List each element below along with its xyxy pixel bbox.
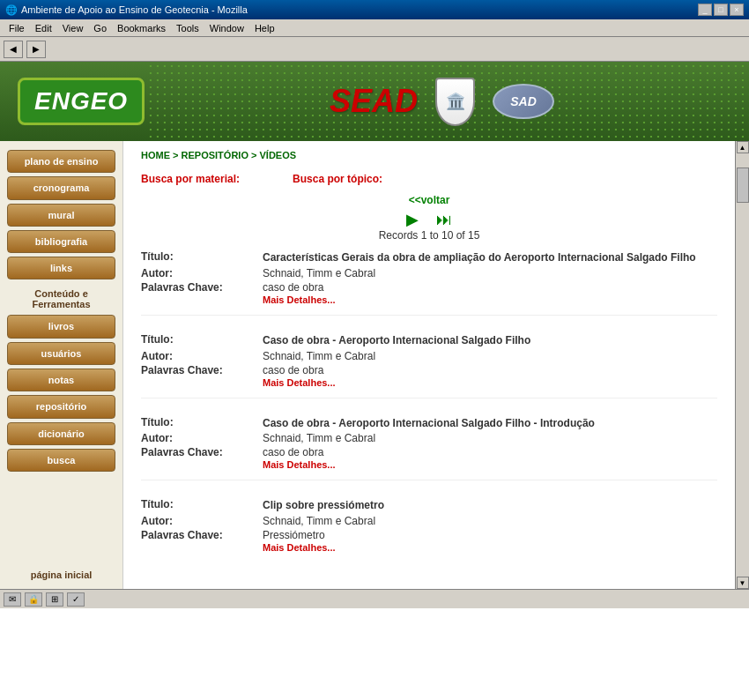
sidebar-item-mural[interactable]: mural	[7, 204, 115, 227]
menubar: File Edit View Go Bookmarks Tools Window…	[0, 19, 749, 37]
close-button[interactable]: ×	[730, 4, 744, 16]
menu-view[interactable]: View	[57, 21, 89, 35]
palavras-label-1: Palavras Chave:	[141, 364, 256, 389]
mais-detalhes-link-0[interactable]: Mais Detalhes...	[263, 294, 336, 305]
search-by-material-link[interactable]: Busca por material:	[141, 173, 240, 185]
palavras-label-3: Palavras Chave:	[141, 529, 256, 554]
main-content: HOME > REPOSITÓRIO > VÍDEOS Busca por ma…	[123, 141, 735, 589]
menu-edit[interactable]: Edit	[30, 21, 57, 35]
app-icon: 🌐	[5, 4, 18, 16]
sad-oval: SAD	[493, 84, 554, 119]
sidebar-item-repositorio[interactable]: repositório	[7, 395, 115, 418]
header-center: SEAD 🏛️ SAD	[330, 78, 554, 126]
palavras-value-2: caso de obra	[263, 446, 323, 458]
status-icon-1: ✉	[4, 592, 21, 607]
menu-go[interactable]: Go	[88, 21, 112, 35]
mais-detalhes-link-3[interactable]: Mais Detalhes...	[263, 542, 336, 553]
sidebar: plano de ensino cronograma mural bibliog…	[0, 141, 123, 589]
breadcrumb-sep2: >	[248, 150, 260, 160]
sidebar-item-notas[interactable]: notas	[7, 369, 115, 391]
nav-arrows: ▶ ⏭	[406, 210, 452, 229]
titulo-label-3: Título:	[141, 498, 256, 513]
header: ENGEO SEAD 🏛️ SAD	[0, 62, 749, 141]
search-by-topic-link[interactable]: Busca por tópico:	[293, 173, 382, 185]
window-titlebar: 🌐 Ambiente de Apoio ao Ensino de Geotecn…	[0, 0, 749, 19]
sidebar-item-links[interactable]: links	[7, 257, 115, 279]
engeo-logo: ENGEO	[18, 78, 145, 125]
mais-detalhes-link-2[interactable]: Mais Detalhes...	[263, 459, 336, 470]
menu-tools[interactable]: Tools	[171, 21, 204, 35]
autor-label-1: Autor:	[141, 350, 256, 362]
back-button[interactable]: ◀	[4, 41, 23, 58]
autor-label-0: Autor:	[141, 267, 256, 279]
records-list: Título: Características Gerais da obra d…	[141, 250, 717, 562]
sidebar-item-cronograma[interactable]: cronograma	[7, 176, 115, 199]
titulo-value-1: Caso de obra - Aeroporto Internacional S…	[263, 333, 717, 348]
breadcrumb-sep1: >	[170, 150, 182, 160]
body-layout: plano de ensino cronograma mural bibliog…	[0, 141, 749, 589]
menu-file[interactable]: File	[4, 21, 30, 35]
sidebar-item-usuarios[interactable]: usuários	[7, 342, 115, 365]
scroll-down-arrow[interactable]: ▼	[737, 577, 749, 589]
autor-value-3: Schnaid, Timm e Cabral	[263, 515, 717, 527]
sead-title: SEAD	[330, 83, 418, 120]
record-item-0: Título: Características Gerais da obra d…	[141, 250, 717, 316]
titulo-value-0: Características Gerais da obra de amplia…	[263, 250, 717, 265]
scrollbar-thumb[interactable]	[737, 168, 749, 203]
autor-value-0: Schnaid, Timm e Cabral	[263, 267, 717, 279]
palavras-value-1: caso de obra	[263, 364, 323, 376]
sidebar-item-dicionario[interactable]: dicionário	[7, 422, 115, 445]
breadcrumb-repositorio[interactable]: REPOSITÓRIO	[182, 150, 248, 160]
titulo-label-2: Título:	[141, 416, 256, 431]
minimize-button[interactable]: _	[698, 4, 712, 16]
shield-icon: 🏛️	[435, 78, 475, 126]
skip-end-button[interactable]: ⏭	[436, 211, 452, 229]
sidebar-item-livros[interactable]: livros	[7, 315, 115, 338]
window-title: Ambiente de Apoio ao Ensino de Geotecnia…	[21, 4, 248, 15]
status-icon-4: ✓	[67, 592, 85, 607]
palavras-label-2: Palavras Chave:	[141, 446, 256, 471]
scroll-up-arrow[interactable]: ▲	[737, 141, 749, 153]
palavras-value-3: Pressiómetro	[263, 529, 325, 541]
menu-window[interactable]: Window	[204, 21, 249, 35]
titulo-label-1: Título:	[141, 333, 256, 348]
search-row: Busca por material: Busca por tópico:	[141, 173, 717, 185]
maximize-button[interactable]: □	[714, 4, 728, 16]
breadcrumb-home[interactable]: HOME	[141, 150, 170, 160]
sidebar-item-plano[interactable]: plano de ensino	[7, 150, 115, 173]
window-controls[interactable]: _ □ ×	[698, 4, 744, 16]
mais-detalhes-link-1[interactable]: Mais Detalhes...	[263, 377, 336, 388]
titlebar-left: 🌐 Ambiente de Apoio ao Ensino de Geotecn…	[5, 4, 248, 16]
play-button[interactable]: ▶	[406, 210, 419, 229]
record-item-1: Título: Caso de obra - Aeroporto Interna…	[141, 333, 717, 398]
toolbar: ◀ ▶	[0, 37, 749, 62]
menu-help[interactable]: Help	[249, 21, 280, 35]
palavras-value-0: caso de obra	[263, 281, 323, 294]
record-item-2: Título: Caso de obra - Aeroporto Interna…	[141, 416, 717, 481]
palavras-block-1: caso de obra Mais Detalhes...	[263, 364, 717, 389]
palavras-block-3: Pressiómetro Mais Detalhes...	[263, 529, 717, 554]
records-count: Records 1 to 10 of 15	[379, 229, 480, 242]
titulo-label-0: Título:	[141, 250, 256, 265]
nav-controls: <<voltar ▶ ⏭ Records 1 to 10 of 15	[141, 194, 717, 242]
sidebar-item-busca[interactable]: busca	[7, 449, 115, 472]
forward-button[interactable]: ▶	[26, 41, 46, 58]
sidebar-footer-pagina-inicial[interactable]: página inicial	[7, 562, 115, 580]
status-icon-3: ⊞	[46, 592, 63, 607]
scrollbar-vertical[interactable]: ▲ ▼	[735, 141, 749, 589]
back-link[interactable]: <<voltar	[409, 194, 450, 206]
autor-value-2: Schnaid, Timm e Cabral	[263, 432, 717, 444]
menu-bookmarks[interactable]: Bookmarks	[112, 21, 171, 35]
status-icon-2: 🔒	[25, 592, 42, 607]
record-item-3: Título: Clip sobre pressiómetro Autor: S…	[141, 498, 717, 562]
breadcrumb-current: VÍDEOS	[260, 150, 297, 160]
autor-value-1: Schnaid, Timm e Cabral	[263, 350, 717, 362]
sidebar-item-bibliografia[interactable]: bibliografia	[7, 230, 115, 253]
palavras-label-0: Palavras Chave:	[141, 281, 256, 306]
autor-label-3: Autor:	[141, 515, 256, 527]
breadcrumb: HOME > REPOSITÓRIO > VÍDEOS	[141, 150, 717, 160]
palavras-block-0: caso de obra Mais Detalhes...	[263, 281, 717, 306]
titulo-value-3: Clip sobre pressiómetro	[263, 498, 717, 513]
autor-label-2: Autor:	[141, 432, 256, 444]
statusbar: ✉ 🔒 ⊞ ✓	[0, 589, 749, 608]
